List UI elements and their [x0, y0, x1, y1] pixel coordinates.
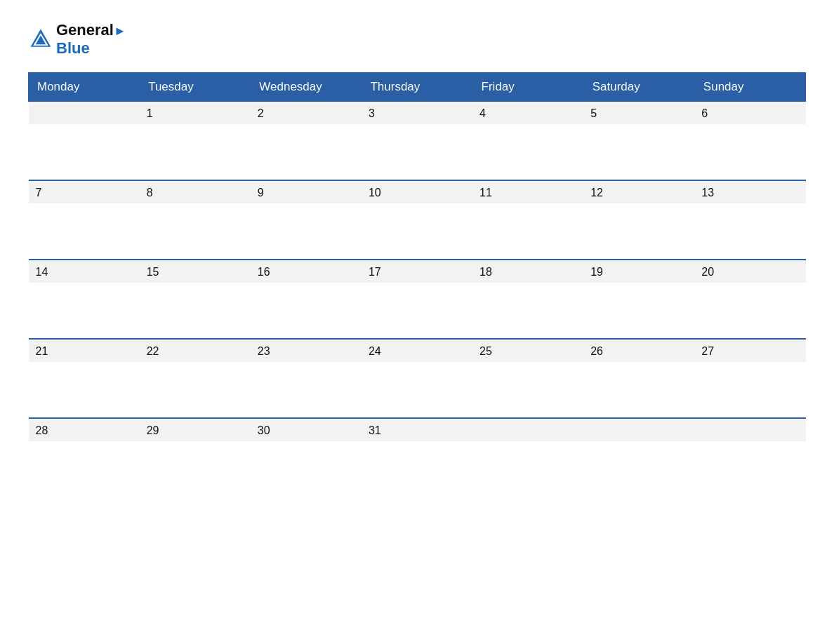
space-cell: [140, 441, 251, 497]
week-space-row-4: [29, 362, 806, 418]
day-number: 17: [369, 266, 381, 278]
day-cell: 4: [472, 101, 583, 124]
space-cell: [472, 203, 583, 260]
day-number: 8: [147, 187, 153, 199]
day-cell: 1: [140, 101, 251, 124]
day-number: 9: [258, 187, 264, 199]
day-cell: 12: [583, 180, 694, 203]
day-cell: 8: [140, 180, 251, 203]
day-number: 3: [369, 107, 375, 119]
logo-text: General► Blue: [56, 21, 126, 58]
day-cell: 5: [583, 101, 694, 124]
space-cell: [29, 441, 140, 497]
day-cell: 6: [694, 101, 805, 124]
space-cell: [251, 124, 362, 180]
day-cell: 16: [251, 260, 362, 283]
day-cell: 3: [362, 101, 472, 124]
week-space-row-1: [29, 124, 806, 180]
day-cell: 19: [583, 260, 694, 283]
day-header-thursday: Thursday: [362, 72, 472, 101]
week-number-row-3: 14151617181920: [29, 260, 806, 283]
day-number: 23: [258, 345, 270, 357]
day-cell: 24: [362, 339, 472, 362]
day-cell: 13: [694, 180, 805, 203]
day-number: 12: [590, 187, 603, 199]
space-cell: [583, 124, 694, 180]
space-cell: [29, 362, 140, 418]
week-number-row-2: 78910111213: [29, 180, 806, 203]
day-number: 18: [479, 266, 492, 278]
day-number: 21: [36, 345, 48, 357]
day-number: 4: [479, 107, 486, 119]
day-number: 30: [258, 424, 270, 436]
day-number: 31: [369, 424, 381, 436]
space-cell: [29, 203, 140, 260]
day-cell: 2: [251, 101, 362, 124]
space-cell: [472, 362, 583, 418]
day-cell: [472, 418, 583, 441]
space-cell: [362, 283, 472, 339]
space-cell: [694, 283, 805, 339]
day-cell: 26: [583, 339, 694, 362]
space-cell: [472, 124, 583, 180]
day-number: 14: [36, 266, 48, 278]
day-number: 19: [590, 266, 603, 278]
space-cell: [362, 124, 472, 180]
week-space-row-2: [29, 203, 806, 260]
day-header-tuesday: Tuesday: [140, 72, 251, 101]
day-number: 2: [258, 107, 264, 119]
day-cell: 25: [472, 339, 583, 362]
day-number: 6: [701, 107, 708, 119]
day-number: 13: [701, 187, 714, 199]
day-cell: 22: [140, 339, 251, 362]
week-space-row-5: [29, 441, 806, 497]
space-cell: [694, 124, 805, 180]
day-cell: 11: [472, 180, 583, 203]
space-cell: [583, 362, 694, 418]
day-cell: 28: [29, 418, 140, 441]
space-cell: [362, 362, 472, 418]
day-cell: 15: [140, 260, 251, 283]
week-number-row-1: 123456: [29, 101, 806, 124]
day-cell: 23: [251, 339, 362, 362]
page-header: General► Blue: [28, 21, 806, 58]
week-number-row-5: 28293031: [29, 418, 806, 441]
day-header-sunday: Sunday: [694, 72, 805, 101]
calendar-table: MondayTuesdayWednesdayThursdayFridaySatu…: [28, 72, 806, 497]
space-cell: [362, 203, 472, 260]
day-cell: 31: [362, 418, 472, 441]
day-cell: 17: [362, 260, 472, 283]
space-cell: [583, 203, 694, 260]
space-cell: [29, 124, 140, 180]
day-number: 15: [147, 266, 159, 278]
space-cell: [140, 203, 251, 260]
day-number: 5: [590, 107, 597, 119]
day-cell: [694, 418, 805, 441]
day-cell: 9: [251, 180, 362, 203]
day-number: 20: [701, 266, 714, 278]
space-cell: [29, 283, 140, 339]
space-cell: [140, 124, 251, 180]
space-cell: [472, 283, 583, 339]
day-number: 22: [147, 345, 159, 357]
day-cell: [29, 101, 140, 124]
logo: General► Blue: [28, 21, 126, 58]
day-number: 29: [147, 424, 159, 436]
day-number: 24: [369, 345, 381, 357]
space-cell: [694, 441, 805, 497]
day-header-friday: Friday: [472, 72, 583, 101]
day-number: 26: [590, 345, 603, 357]
space-cell: [251, 362, 362, 418]
day-number: 27: [701, 345, 714, 357]
day-cell: 27: [694, 339, 805, 362]
space-cell: [472, 441, 583, 497]
day-cell: 14: [29, 260, 140, 283]
day-cell: 20: [694, 260, 805, 283]
space-cell: [251, 283, 362, 339]
space-cell: [251, 203, 362, 260]
day-header-monday: Monday: [29, 72, 140, 101]
day-number: 10: [369, 187, 381, 199]
day-number: 25: [479, 345, 492, 357]
day-header-wednesday: Wednesday: [251, 72, 362, 101]
space-cell: [583, 283, 694, 339]
